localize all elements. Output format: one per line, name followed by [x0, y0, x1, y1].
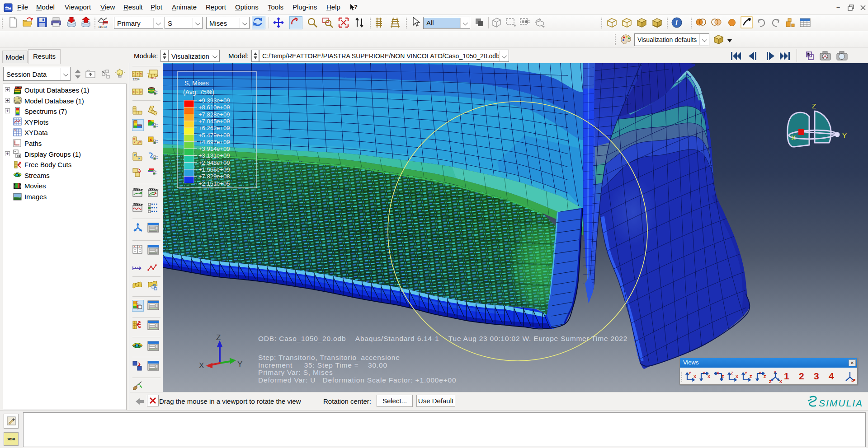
svg-text:1234: 1234: [132, 78, 140, 81]
svg-text:Z: Z: [750, 374, 752, 379]
svg-text:11010: 11010: [98, 25, 107, 28]
svg-text:Y: Y: [774, 370, 776, 374]
svg-text:X: X: [779, 379, 782, 383]
svg-text:Y: Y: [689, 371, 691, 375]
svg-text:Z: Z: [812, 102, 816, 110]
svg-text:X: X: [693, 374, 696, 379]
svg-text:+1.566e+09: +1.566e+09: [198, 166, 230, 173]
svg-text:x: x: [133, 137, 135, 140]
svg-text:<: <: [140, 90, 142, 94]
svg-text:Y: Y: [842, 131, 847, 139]
svg-text:Primary Var: S, Mises: Primary Var: S, Mises: [258, 369, 333, 376]
svg-text:Y: Y: [745, 371, 747, 375]
svg-text:Y: Y: [703, 371, 705, 375]
svg-text:L: L: [137, 90, 139, 94]
svg-text:+6.262e+09: +6.262e+09: [198, 125, 230, 131]
svg-text:>: >: [133, 90, 135, 94]
svg-text:Increment 35: Step Time =: Increment 35: Step Time = 30.00: [258, 361, 387, 369]
svg-text:3: 3: [140, 72, 142, 76]
svg-text:X: X: [708, 374, 710, 379]
svg-text:(Avg: 75%): (Avg: 75%): [183, 89, 214, 96]
svg-text:x: x: [139, 140, 141, 144]
svg-text:+5.479e+09: +5.479e+09: [198, 132, 230, 139]
svg-text:X: X: [736, 374, 738, 379]
svg-text:Z: Z: [216, 333, 221, 342]
svg-text:X: X: [717, 371, 719, 375]
svg-text:+7.829e+08: +7.829e+08: [198, 173, 230, 180]
svg-text:Step: Transitorio, Transitorio: Step: Transitorio, Transitorio_accension…: [258, 354, 400, 361]
svg-text:Z: Z: [764, 374, 766, 379]
svg-text:123: 123: [150, 76, 156, 80]
svg-text:X: X: [791, 134, 796, 141]
svg-text:X: X: [199, 361, 204, 370]
svg-text:x: x: [134, 140, 136, 144]
svg-text:i: i: [675, 19, 678, 27]
svg-text:Z: Z: [769, 379, 772, 383]
svg-text:Z: Z: [731, 371, 733, 375]
svg-text:Y: Y: [139, 245, 141, 248]
svg-text:1: 1: [133, 72, 135, 76]
svg-text:+7.828e+09: +7.828e+09: [198, 111, 230, 118]
svg-text:Z: Z: [722, 374, 724, 379]
svg-text:+2.151e+05: +2.151e+05: [198, 180, 230, 187]
svg-text:+8.610e+09: +8.610e+09: [198, 104, 230, 111]
svg-text:+2.348e+09: +2.348e+09: [198, 159, 230, 166]
svg-text:+4.697e+09: +4.697e+09: [198, 139, 230, 145]
svg-text:+7.045e+09: +7.045e+09: [198, 118, 230, 125]
svg-text:SIMULIA: SIMULIA: [819, 398, 863, 408]
svg-text:Y: Y: [237, 360, 242, 369]
svg-text:+3.914e+09: +3.914e+09: [198, 145, 230, 152]
svg-text:x: x: [150, 137, 152, 142]
svg-text:ODB: Caso_1050_20.odb Abaqu: ODB: Caso_1050_20.odb Abaqus/Standard 6.…: [258, 335, 627, 342]
svg-text:X: X: [134, 245, 136, 248]
svg-text:+3.131e+09: +3.131e+09: [198, 152, 230, 159]
svg-text:xy: xy: [14, 128, 17, 131]
svg-text:Y: Y: [759, 371, 761, 375]
svg-text:Deformed Var: U Deformation: Deformed Var: U Deformation Scale Factor…: [258, 376, 456, 384]
svg-text:+9.393e+09: +9.393e+09: [198, 97, 230, 104]
svg-text:?: ?: [354, 4, 358, 10]
svg-text:2: 2: [137, 72, 139, 76]
svg-text:S, Mises: S, Mises: [184, 79, 209, 87]
